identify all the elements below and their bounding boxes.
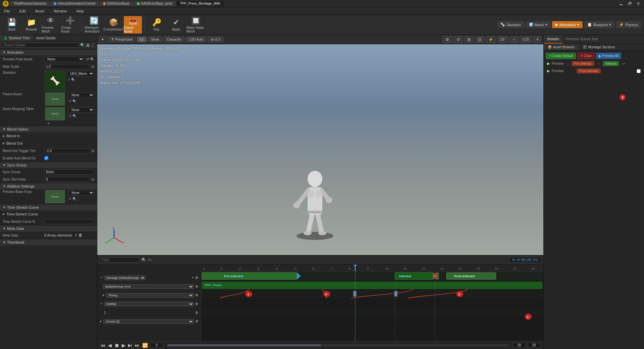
- notifies-options[interactable]: ⚙: [195, 302, 198, 306]
- timeline-content[interactable]: 0 1 2 3 4 5 6 7 8 9 10 11 12: [201, 265, 543, 341]
- add-meta-icon[interactable]: +: [75, 233, 77, 238]
- default-group-arms-select[interactable]: DefaultGroup Arms: [103, 284, 194, 289]
- additive-settings-header[interactable]: ▼ Additive Settings: [0, 183, 97, 189]
- animation-tab[interactable]: ▶ Animation▾: [552, 21, 583, 28]
- notifies-track-label[interactable]: ▼ Notifies ⚙: [97, 300, 201, 308]
- tab-interact-anim[interactable]: InteractAnimationCosmet: [50, 1, 99, 6]
- tab-tpp-press[interactable]: TPP_Press_Montage_With: [176, 1, 224, 6]
- maximize-btn[interactable]: 🗗: [627, 1, 633, 6]
- key-button[interactable]: 🔑 Key: [148, 16, 166, 34]
- remove-meta-icon[interactable]: 🗑: [78, 233, 83, 238]
- create-default-button[interactable]: + Create Default: [546, 53, 576, 59]
- skeleton-tab[interactable]: 🦴 Skeleton: [497, 21, 524, 28]
- mesh-tab[interactable]: 🧊 Mesh▾: [526, 21, 551, 28]
- skeleton-select[interactable]: UE4_Mannequin_Skeleton: [67, 71, 94, 77]
- reimport-animation-button[interactable]: 🔄 Reimport Animation: [85, 16, 103, 34]
- curves-select[interactable]: Curves (0): [103, 319, 194, 324]
- arms-track-options[interactable]: ⚙: [195, 285, 198, 288]
- skeleton-tree-tab[interactable]: 🌲 Skeleton Tree: [0, 35, 33, 41]
- base-pose-search-icon[interactable]: 🔍: [72, 197, 76, 201]
- create-asset-button[interactable]: ➕ Create Asset: [61, 16, 79, 34]
- rate-scale-input[interactable]: [44, 64, 90, 69]
- expand-properties-icon[interactable]: ▼: [47, 122, 50, 125]
- timeline-search-icon[interactable]: 🔍: [142, 258, 146, 262]
- menu-window[interactable]: Window: [52, 8, 69, 14]
- curves-track-label[interactable]: ▶ Curves (0) ⚙: [97, 317, 201, 326]
- skeleton-reset-icon[interactable]: ↺: [67, 78, 70, 82]
- notify-1-options[interactable]: ⚙: [195, 311, 198, 314]
- character-btn[interactable]: Character: [164, 37, 184, 42]
- asset-mapping-search-icon[interactable]: 🔍: [72, 114, 76, 118]
- montage-sections-tab[interactable]: 🎬 Montage Sections: [579, 44, 619, 50]
- timeline-filter-input[interactable]: [99, 257, 140, 262]
- close-btn[interactable]: ✕: [635, 1, 641, 6]
- angle-input[interactable]: 10°: [497, 36, 508, 43]
- parent-asset-select[interactable]: None: [68, 92, 94, 98]
- zoom-btn[interactable]: ⊕ x1.0: [208, 37, 223, 42]
- rotate-btn[interactable]: ↺: [453, 36, 463, 43]
- viewport[interactable]: Previewing Montage TPP_Press_Montage_Wit…: [97, 44, 543, 255]
- notifies-select[interactable]: Notifies: [104, 302, 194, 306]
- pre-interact-play-icon[interactable]: ▶: [547, 61, 550, 66]
- scrubbar[interactable]: [167, 344, 508, 346]
- skeleton-search-icon[interactable]: 🔍: [71, 78, 75, 82]
- time-stretch-curve-header[interactable]: ▼ Time Stretch Curve: [0, 204, 97, 210]
- next-key-btn[interactable]: ▶|: [127, 343, 133, 348]
- stop-btn[interactable]: ⏹: [114, 343, 120, 348]
- menu-asset[interactable]: Asset: [33, 8, 47, 14]
- minimize-btn[interactable]: 🗕: [618, 1, 625, 6]
- montage-track-options[interactable]: +: [192, 276, 194, 280]
- timeline-options[interactable]: 9+: [148, 258, 152, 262]
- curves-options[interactable]: ⚙: [195, 319, 198, 323]
- preview-mesh-button[interactable]: 👁 Preview Mesh: [42, 16, 60, 34]
- grid-btn[interactable]: ⊹: [509, 36, 518, 43]
- timing-select[interactable]: Timing: [106, 293, 194, 298]
- show-btn[interactable]: Show: [148, 37, 162, 42]
- preview-scene-tab[interactable]: Preview Scene Sett: [562, 35, 601, 44]
- asset-browser-tab[interactable]: 📦 Asset Browser: [544, 44, 579, 50]
- play-btn[interactable]: ▶: [121, 343, 126, 348]
- scale-input[interactable]: 0.25: [520, 36, 532, 43]
- parent-reset-icon[interactable]: ↺: [68, 99, 71, 103]
- preview-all-button[interactable]: ▶ Preview All: [596, 53, 621, 59]
- apply-button[interactable]: ✔ Apply: [167, 16, 185, 34]
- menu-edit[interactable]: Edit: [17, 8, 28, 14]
- perspective-btn[interactable]: 🔭 Perspective: [107, 37, 136, 42]
- skip-start-btn[interactable]: ⏮: [100, 343, 106, 348]
- sync-slot-input[interactable]: [44, 177, 90, 182]
- viewport-extra2[interactable]: ⊡: [475, 36, 484, 43]
- menu-file[interactable]: File: [2, 8, 12, 14]
- blend-trigger-expand[interactable]: ⊡: [92, 149, 94, 153]
- make-static-mesh-button[interactable]: 🔲 Make Static Mesh: [186, 16, 205, 34]
- timing-options[interactable]: ⚙: [195, 293, 198, 297]
- tab-third-person[interactable]: ThirdPersonCharacter: [10, 1, 50, 6]
- montage-group-select[interactable]: Montage (DefaultGroup): [104, 276, 146, 280]
- viewport-menu-btn[interactable]: ▼: [99, 36, 106, 43]
- lit-btn[interactable]: Lit: [137, 37, 147, 42]
- sync-slot-expand[interactable]: ⊡: [92, 178, 94, 181]
- rate-scale-expand[interactable]: ⊡: [92, 65, 94, 68]
- layout-icon[interactable]: ⊞: [86, 43, 90, 48]
- asset-mapping-reset-icon[interactable]: ↺: [68, 114, 71, 118]
- window-controls[interactable]: 🗕 🗗 ✕: [618, 1, 641, 6]
- enable-auto-blend-checkbox[interactable]: [44, 156, 48, 160]
- browse-preview-pose-icon[interactable]: 🔍: [90, 57, 94, 61]
- track-content[interactable]: Pre-Interact Interact Post-Interact: [201, 271, 543, 341]
- time-stretch-curve-row[interactable]: ▶ Time Stretch Curve: [0, 210, 97, 218]
- clear-button[interactable]: ✕ Clear: [577, 53, 595, 59]
- sync-group-header[interactable]: ▼ Sync Group: [0, 162, 97, 168]
- reset-preview-pose-icon[interactable]: ↺: [86, 57, 89, 61]
- export-asset-button[interactable]: 📤 Export Asset: [124, 16, 142, 34]
- viewport-extra1[interactable]: ⊞: [464, 36, 474, 43]
- time-stretch-name-input[interactable]: MontageTimeStretchCurve: [44, 219, 94, 224]
- interact-section-badge[interactable]: Interact: [603, 61, 619, 66]
- viewport-extra3[interactable]: ⚡: [486, 36, 496, 43]
- timing-track-label[interactable]: ▶ Timing ⚙: [97, 291, 201, 300]
- preview-pose-select[interactable]: None: [44, 56, 84, 62]
- search-input[interactable]: [2, 43, 79, 48]
- blend-out-row[interactable]: ▶ Blend Out: [0, 140, 97, 147]
- lod-auto-btn[interactable]: LOD Auto: [186, 37, 206, 42]
- asset-details-tab[interactable]: Asset Details: [33, 35, 59, 41]
- search-icon[interactable]: 🔍: [80, 43, 85, 47]
- skip-end-btn[interactable]: ⏭: [134, 343, 140, 348]
